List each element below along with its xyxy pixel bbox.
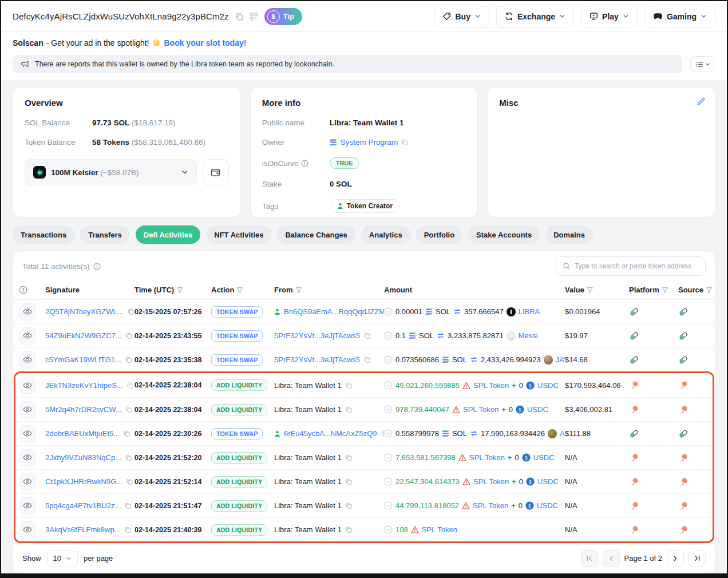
token-link[interactable]: Messi bbox=[519, 331, 538, 340]
token-link[interactable]: SPL Token bbox=[463, 405, 498, 414]
expand-icon[interactable] bbox=[384, 477, 393, 486]
copy-icon[interactable] bbox=[125, 332, 133, 339]
token-link[interactable]: SPL Token bbox=[473, 477, 509, 486]
expand-icon[interactable] bbox=[384, 381, 393, 390]
copy-icon[interactable] bbox=[345, 478, 353, 485]
from-link[interactable]: 5PrF32YsVt...3eJjTAcws5 bbox=[274, 331, 360, 340]
signature-link[interactable]: JEkTN3zeKvY1htpeS... bbox=[45, 381, 123, 390]
last-page-button[interactable] bbox=[689, 550, 706, 567]
token-link[interactable]: JAVIER bbox=[556, 355, 565, 364]
token-link[interactable]: SPL Token bbox=[422, 525, 457, 534]
from-link[interactable]: Bn6QS9aEmA...RqqQqdJZZM bbox=[284, 307, 384, 316]
token-dropdown[interactable]: 100M Kelsier (~$58.07B) bbox=[25, 159, 197, 185]
expand-icon[interactable] bbox=[384, 307, 393, 316]
token-link[interactable]: SPL Token bbox=[473, 381, 509, 390]
pumpfun-pill-icon[interactable] bbox=[629, 331, 639, 341]
gaming-button[interactable]: Gaming bbox=[644, 6, 715, 27]
filter-icon[interactable] bbox=[295, 287, 302, 294]
token-link[interactable]: LIBRA bbox=[519, 307, 540, 316]
preview-button[interactable] bbox=[19, 303, 36, 320]
copy-icon[interactable] bbox=[126, 382, 134, 389]
signature-link[interactable]: 2Q5T8jNToeyXGZWL... bbox=[45, 307, 124, 316]
warning-icon[interactable] bbox=[462, 502, 470, 509]
tab-stake-accounts[interactable]: Stake Accounts bbox=[468, 225, 540, 244]
edit-misc-button[interactable] bbox=[696, 97, 706, 106]
expand-icon[interactable] bbox=[384, 355, 393, 364]
copy-icon[interactable] bbox=[363, 356, 371, 363]
first-page-button[interactable] bbox=[581, 550, 598, 567]
tip-button[interactable]: $ Tip bbox=[264, 8, 302, 25]
token-link[interactable]: SPL Token bbox=[469, 453, 505, 462]
info-icon[interactable] bbox=[301, 160, 308, 167]
copy-address-icon[interactable] bbox=[235, 12, 244, 21]
copy-icon[interactable] bbox=[401, 138, 409, 146]
copy-icon[interactable] bbox=[345, 526, 353, 533]
tab-domains[interactable]: Domains bbox=[545, 225, 593, 244]
meteora-icon[interactable] bbox=[629, 380, 639, 390]
copy-icon[interactable] bbox=[123, 430, 130, 437]
pumpfun-pill-icon[interactable] bbox=[629, 429, 639, 439]
info-icon[interactable] bbox=[93, 263, 101, 270]
copy-icon[interactable] bbox=[127, 308, 134, 315]
from-link[interactable]: 6rEu45ycbA...NMcAxZ5zQ9 bbox=[284, 429, 377, 438]
token-link[interactable]: USDC bbox=[537, 477, 559, 486]
token-link[interactable]: USDC bbox=[537, 381, 559, 390]
tab-defi-activities[interactable]: Defi Activities bbox=[136, 225, 201, 244]
tab-transfers[interactable]: Transfers bbox=[80, 225, 130, 244]
filter-icon[interactable] bbox=[587, 287, 594, 294]
pumpfun-pill-icon[interactable] bbox=[678, 429, 689, 439]
preview-button[interactable] bbox=[19, 377, 36, 394]
copy-icon[interactable] bbox=[125, 406, 133, 413]
signature-link[interactable]: 54Z9uEkN2W9GZC7... bbox=[45, 331, 122, 340]
token-link[interactable]: USDC bbox=[537, 501, 558, 510]
filter-icon[interactable] bbox=[662, 287, 668, 294]
view-options-button[interactable] bbox=[690, 56, 715, 72]
token-link[interactable]: USDC bbox=[527, 405, 548, 414]
expand-icon[interactable] bbox=[384, 405, 393, 414]
meteora-icon[interactable] bbox=[629, 477, 639, 487]
pumpfun-pill-icon[interactable] bbox=[678, 307, 689, 317]
token-link[interactable]: ALion bbox=[560, 429, 565, 438]
warning-icon[interactable] bbox=[452, 406, 460, 413]
warning-icon[interactable] bbox=[411, 526, 419, 533]
buy-button[interactable]: Buy bbox=[434, 6, 489, 27]
copy-icon[interactable] bbox=[126, 478, 133, 485]
preview-button[interactable] bbox=[19, 497, 36, 514]
ad-link[interactable]: Book your slot today! bbox=[164, 38, 246, 47]
portfolio-button[interactable] bbox=[203, 159, 229, 185]
filter-icon[interactable] bbox=[706, 287, 713, 294]
signature-link[interactable]: 2debrBAEUxMtjuEt5... bbox=[45, 429, 120, 438]
expand-icon[interactable] bbox=[384, 453, 393, 462]
copy-icon[interactable] bbox=[345, 406, 353, 413]
tab-balance-changes[interactable]: Balance Changes bbox=[277, 225, 355, 244]
meteora-icon[interactable] bbox=[678, 453, 689, 463]
signature-link[interactable]: 3AkqVs6fELFmk8wp... bbox=[45, 525, 121, 534]
preview-button[interactable] bbox=[19, 351, 36, 369]
tab-portfolio[interactable]: Portfolio bbox=[416, 225, 462, 244]
copy-icon[interactable] bbox=[345, 502, 353, 509]
meteora-icon[interactable] bbox=[629, 501, 639, 511]
search-input[interactable] bbox=[575, 262, 699, 270]
token-link[interactable]: SPL Token bbox=[473, 501, 508, 510]
copy-icon[interactable] bbox=[125, 356, 132, 363]
signature-link[interactable]: 2Jxhy9VZuN83NqCp... bbox=[45, 453, 121, 462]
question-icon[interactable] bbox=[19, 286, 27, 294]
pumpfun-pill-icon[interactable] bbox=[678, 331, 689, 341]
qr-code-icon[interactable] bbox=[250, 12, 259, 21]
filter-icon[interactable] bbox=[176, 287, 183, 294]
tab-nft-activities[interactable]: NFT Activities bbox=[206, 225, 271, 244]
copy-icon[interactable] bbox=[124, 526, 132, 533]
pumpfun-pill-icon[interactable] bbox=[678, 355, 689, 365]
copy-icon[interactable] bbox=[363, 332, 371, 339]
meteora-icon[interactable] bbox=[678, 405, 689, 415]
page-size-select[interactable]: 10 bbox=[47, 550, 78, 567]
expand-icon[interactable] bbox=[384, 501, 393, 510]
signature-link[interactable]: 5Mr2q4h7rDR2svCW... bbox=[45, 405, 122, 414]
expand-icon[interactable] bbox=[384, 331, 393, 340]
pumpfun-pill-icon[interactable] bbox=[629, 307, 639, 317]
meteora-icon[interactable] bbox=[629, 453, 639, 463]
copy-icon[interactable] bbox=[124, 502, 132, 509]
preview-button[interactable] bbox=[19, 327, 36, 345]
signature-link[interactable]: Ct1pkXJHRrRwkN9G... bbox=[45, 477, 122, 486]
warning-icon[interactable] bbox=[458, 454, 466, 461]
